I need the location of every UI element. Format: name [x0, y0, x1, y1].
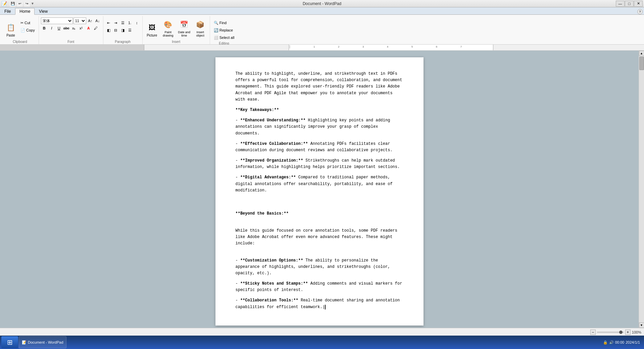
select-all-button[interactable]: ⬜ Select all [212, 34, 236, 41]
ribbon-right: ? [637, 9, 644, 14]
justify-btn[interactable]: ☰ [127, 27, 133, 34]
ruler-marker-0: │ [289, 45, 291, 48]
paragraph-group: ⇤ ⇥ ☰ 1. ↕ ◧ ⊟ ◨ ☰ Paragraph [103, 16, 143, 44]
clipboard-label: Clipboard [3, 39, 37, 44]
title-bar: 📝 💾 ↩ ↪ ▼ Document - WordPad — □ ✕ [0, 0, 644, 7]
redo-quick-btn[interactable]: ↪ [24, 1, 30, 7]
align-center-btn[interactable]: ⊟ [112, 27, 119, 34]
italic-button[interactable]: I [48, 25, 55, 32]
font-name-row: 宋体 11 A↑ A↓ [41, 17, 101, 24]
decrease-indent-btn[interactable]: ⇤ [105, 19, 112, 26]
minimize-button[interactable]: — [616, 1, 625, 7]
paragraph-buttons: ⇤ ⇥ ☰ 1. ↕ ◧ ⊟ ◨ ☰ [105, 17, 140, 34]
paste-button[interactable]: 📋 Paste [3, 17, 18, 38]
editing-group: 🔍 Find 🔄 Replace ⬜ Select all Editing [210, 16, 238, 44]
paragraph-collab-tools: - **Collaboration Tools:** Real-time doc… [236, 297, 403, 310]
editing-buttons: 🔍 Find 🔄 Replace ⬜ Select all [212, 17, 236, 41]
increase-font-btn[interactable]: A↑ [87, 17, 94, 24]
bold-button[interactable]: B [41, 25, 48, 32]
find-icon: 🔍 [214, 21, 218, 25]
zoom-in-btn[interactable]: + [625, 330, 631, 335]
editing-items: 🔍 Find 🔄 Replace ⬜ Select all [212, 16, 236, 41]
copy-icon: 📄 [20, 28, 25, 33]
zoom-out-btn[interactable]: − [590, 330, 596, 335]
replace-button[interactable]: 🔄 Replace [212, 27, 236, 34]
numbered-list-btn[interactable]: 1. [127, 19, 133, 26]
ruler-marker-1: 1 [313, 45, 315, 48]
copy-button[interactable]: 📄 Copy [19, 27, 37, 34]
font-items: 宋体 11 A↑ A↓ B I U abc x₁ x¹ [41, 16, 101, 39]
maximize-button[interactable]: □ [625, 1, 634, 7]
ruler-marker-6: 6 [436, 45, 437, 48]
select-all-icon: ⬜ [214, 36, 218, 40]
zoom-level: 100% [632, 330, 641, 334]
date-time-button[interactable]: 📅 Date andtime [177, 17, 192, 38]
save-quick-btn[interactable]: 💾 [10, 1, 16, 7]
increase-indent-btn[interactable]: ⇥ [112, 19, 119, 26]
ribbon-tabs: File Home View ? [0, 7, 644, 15]
insert-items: 🖼 Picture 🎨 Paintdrawing 📅 Date andtime … [145, 16, 208, 39]
strikethrough-button[interactable]: abc [63, 25, 70, 32]
help-button[interactable]: ? [637, 9, 643, 14]
paragraph-beyond-intro: While this guide focused on core annotat… [236, 228, 403, 247]
main-area: The ability to highlight, underline, and… [0, 51, 644, 328]
tab-file[interactable]: File [0, 8, 15, 14]
font-group: 宋体 11 A↑ A↓ B I U abc x₁ x¹ [39, 16, 103, 44]
undo-quick-btn[interactable]: ↩ [17, 1, 23, 7]
font-name-select[interactable]: 宋体 [41, 17, 73, 24]
app-icon: 📝 [1, 1, 7, 6]
clipboard-items: 📋 Paste ✂ Cut 📄 Copy [3, 16, 37, 39]
window-controls: — □ ✕ [616, 1, 643, 7]
ruler: │ 1 2 3 4 5 6 7 [0, 45, 644, 51]
replace-icon: 🔄 [214, 28, 218, 33]
close-button[interactable]: ✕ [634, 1, 643, 7]
cut-copy-buttons: ✂ Cut 📄 Copy [19, 17, 37, 34]
paint-icon: 🎨 [163, 19, 174, 30]
underline-button[interactable]: U [56, 25, 62, 32]
ribbon: File Home View ? 📋 Paste ✂ Cut [0, 7, 644, 45]
paint-drawing-button[interactable]: 🎨 Paintdrawing [161, 17, 176, 38]
scroll-up-btn[interactable]: ▲ [639, 51, 644, 56]
font-color-button[interactable]: A [85, 25, 92, 32]
vertical-scrollbar[interactable]: ▲ ▼ [639, 51, 644, 328]
window-title: Document - WordPad [303, 1, 341, 6]
object-icon: 📦 [195, 19, 206, 30]
ruler-marker-5: 5 [411, 45, 413, 48]
cut-button[interactable]: ✂ Cut [19, 19, 37, 26]
superscript-button[interactable]: x¹ [78, 25, 85, 32]
tab-home[interactable]: Home [15, 8, 35, 15]
ruler-marker-7: 7 [460, 45, 462, 48]
paragraph-collaboration: - **Effective Collaboration:** Annotatin… [236, 141, 403, 154]
zoom-controls: − + 100% [590, 330, 641, 335]
title-bar-left: 📝 💾 ↩ ↪ ▼ [1, 1, 34, 7]
picture-button[interactable]: 🖼 Picture [145, 17, 159, 38]
insert-object-button[interactable]: 📦 Insertobject [193, 17, 208, 38]
paragraph-intro: The ability to highlight, underline, and… [236, 71, 403, 103]
calendar-icon: 📅 [179, 19, 190, 30]
paragraph-enhanced: - **Enhanced Understanding:** Highlighti… [236, 117, 403, 137]
align-left-btn[interactable]: ◧ [105, 27, 112, 34]
font-format-row: B I U abc x₁ x¹ A 🖊 [41, 25, 101, 32]
ruler-marker-3: 3 [362, 45, 364, 48]
document-scroll-area[interactable]: The ability to highlight, underline, and… [0, 51, 639, 328]
font-size-select[interactable]: 11 [73, 17, 86, 24]
bullets-btn[interactable]: ☰ [119, 19, 126, 26]
scroll-down-btn[interactable]: ▼ [639, 323, 644, 328]
tab-view[interactable]: View [35, 8, 52, 14]
paragraph-digital: - **Digital Advantages:** Compared to tr… [236, 174, 403, 194]
status-bar: − + 100% [0, 328, 644, 336]
paragraph-key-takeaways-header: **Key Takeaways:** [236, 107, 403, 113]
scroll-thumb[interactable] [639, 57, 644, 70]
decrease-font-btn[interactable]: A↓ [94, 17, 101, 24]
paste-icon: 📋 [5, 22, 16, 33]
taskbar: ⊞ 📝 Document - WordPad 🔒 🔊 00:00 2024/1/… [0, 336, 644, 336]
zoom-slider[interactable] [597, 332, 624, 333]
document-page[interactable]: The ability to highlight, underline, and… [215, 57, 424, 326]
font-controls: 宋体 11 A↑ A↓ B I U abc x₁ x¹ [41, 17, 101, 32]
find-button[interactable]: 🔍 Find [212, 19, 236, 26]
zoom-slider-thumb [619, 331, 623, 334]
subscript-button[interactable]: x₁ [70, 25, 77, 32]
highlight-button[interactable]: 🖊 [93, 25, 99, 32]
align-right-btn[interactable]: ◨ [119, 27, 126, 34]
line-spacing-btn[interactable]: ↕ [134, 19, 140, 26]
